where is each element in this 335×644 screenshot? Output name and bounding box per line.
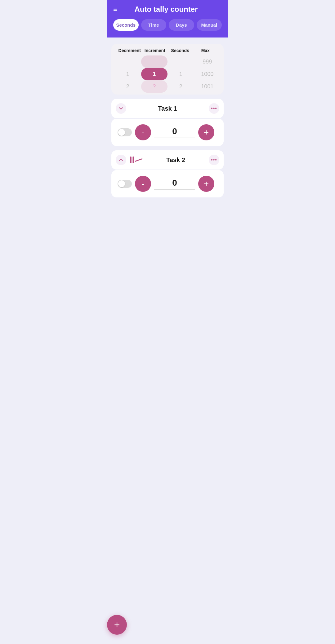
picker-r2-increment: ? bbox=[141, 83, 168, 90]
task2-toggle[interactable] bbox=[118, 180, 132, 188]
picker-r2-seconds: 2 bbox=[168, 83, 194, 90]
app-title: Auto tally counter bbox=[117, 5, 215, 14]
tab-bar: Seconds Time Days Manual bbox=[113, 19, 222, 31]
task1-toggle-knob bbox=[118, 129, 125, 136]
picker-r1-increment: 1 bbox=[141, 71, 168, 77]
task2-counter-value: 0 bbox=[154, 178, 195, 190]
tab-manual[interactable]: Manual bbox=[197, 19, 222, 31]
task1-more-icon: ••• bbox=[211, 106, 217, 111]
picker-rows[interactable]: 999 1 1 1 1000 2 ? 2 1001 bbox=[114, 55, 221, 93]
task1-toggle[interactable] bbox=[118, 128, 132, 136]
picker-r1-max: 1000 bbox=[194, 71, 221, 77]
task2-header-row: Task 2 ••• bbox=[111, 150, 224, 170]
picker-card: Decrement Increment Seconds Max 999 1 1 … bbox=[111, 44, 224, 95]
task2-decrement-button[interactable]: - bbox=[135, 176, 151, 192]
picker-r0-max: 999 bbox=[194, 59, 221, 65]
main-content: Decrement Increment Seconds Max 999 1 1 … bbox=[107, 37, 228, 233]
picker-highlight-top bbox=[141, 55, 168, 68]
task2-tally-preview bbox=[130, 157, 143, 163]
picker-row-2: 2 ? 2 1001 bbox=[114, 80, 221, 93]
task2-increment-button[interactable]: + bbox=[198, 176, 214, 192]
menu-icon[interactable]: ≡ bbox=[113, 6, 117, 13]
task2-chevron-area bbox=[116, 155, 143, 165]
picker-header: Decrement Increment Seconds Max bbox=[114, 48, 221, 55]
task2-toggle-knob bbox=[118, 180, 125, 187]
tab-time[interactable]: Time bbox=[141, 19, 167, 31]
task1-decrement-button[interactable]: - bbox=[135, 124, 151, 140]
task1-counter-row: - 0 + bbox=[111, 119, 224, 146]
task1-name: Task 1 bbox=[126, 105, 209, 112]
picker-row-0: 999 bbox=[114, 55, 221, 68]
col-decrement: Decrement bbox=[117, 48, 142, 53]
task1-counter-value: 0 bbox=[154, 126, 195, 138]
task1-more-button[interactable]: ••• bbox=[209, 103, 219, 114]
task2-more-icon: ••• bbox=[211, 157, 217, 163]
task1-header-row: Task 1 ••• bbox=[111, 99, 224, 118]
tab-days[interactable]: Days bbox=[169, 19, 194, 31]
col-max: Max bbox=[193, 48, 218, 53]
task2-more-button[interactable]: ••• bbox=[209, 155, 219, 165]
app-header: ≡ Auto tally counter Seconds Time Days M… bbox=[107, 0, 228, 37]
task2-name: Task 2 bbox=[143, 157, 209, 164]
task2-chevron[interactable] bbox=[116, 155, 126, 165]
col-increment: Increment bbox=[142, 48, 168, 53]
tab-seconds[interactable]: Seconds bbox=[113, 19, 139, 31]
col-seconds: Seconds bbox=[168, 48, 193, 53]
picker-r2-max: 1001 bbox=[194, 83, 221, 90]
task2-counter-row: - 0 + bbox=[111, 170, 224, 197]
picker-r2-decrement: 2 bbox=[114, 83, 141, 90]
picker-r1-seconds: 1 bbox=[168, 71, 194, 77]
picker-r1-decrement: 1 bbox=[114, 71, 141, 77]
task1-chevron[interactable] bbox=[116, 103, 126, 114]
picker-row-1: 1 1 1 1000 bbox=[114, 68, 221, 80]
task1-increment-button[interactable]: + bbox=[198, 124, 214, 140]
